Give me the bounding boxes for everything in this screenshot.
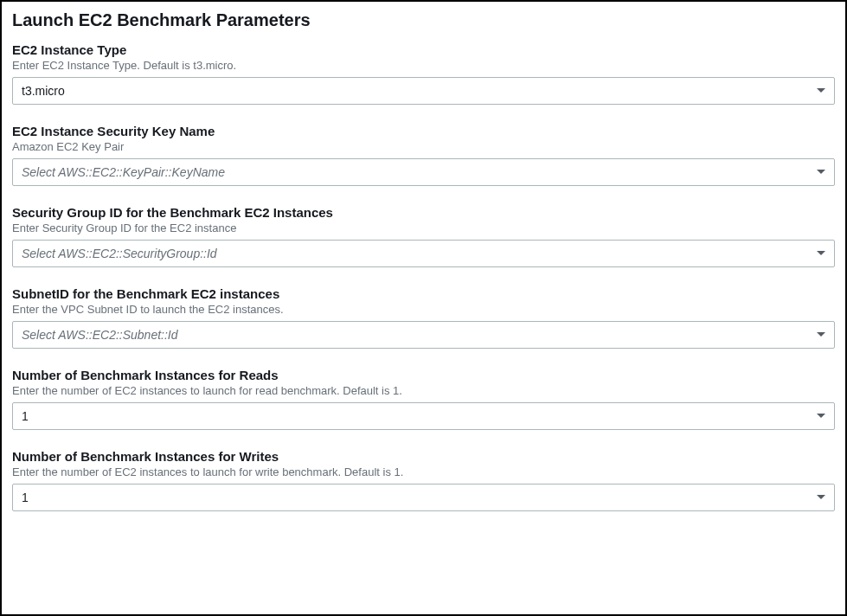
security-key-select[interactable]: Select AWS::EC2::KeyPair::KeyName [12, 158, 835, 186]
instance-type-select[interactable]: t3.micro [12, 77, 835, 105]
select-value: 1 [12, 484, 835, 511]
field-label: SubnetID for the Benchmark EC2 instances [12, 286, 835, 301]
select-value: Select AWS::EC2::SecurityGroup::Id [12, 240, 835, 267]
field-description: Enter EC2 Instance Type. Default is t3.m… [12, 59, 835, 72]
select-value: 1 [12, 402, 835, 430]
field-read-instances: Number of Benchmark Instances for Reads … [12, 368, 835, 430]
read-instances-select[interactable]: 1 [12, 402, 835, 430]
write-instances-select[interactable]: 1 [12, 484, 835, 511]
section-title: Launch EC2 Benchmark Parameters [12, 10, 835, 30]
field-security-key: EC2 Instance Security Key Name Amazon EC… [12, 124, 835, 186]
field-label: EC2 Instance Security Key Name [12, 124, 835, 138]
select-value: Select AWS::EC2::Subnet::Id [12, 321, 835, 349]
field-security-group: Security Group ID for the Benchmark EC2 … [12, 205, 835, 267]
field-label: Number of Benchmark Instances for Reads [12, 368, 835, 382]
field-label: EC2 Instance Type [12, 42, 835, 57]
subnet-id-select[interactable]: Select AWS::EC2::Subnet::Id [12, 321, 835, 349]
field-subnet-id: SubnetID for the Benchmark EC2 instances… [12, 286, 835, 349]
field-instance-type: EC2 Instance Type Enter EC2 Instance Typ… [12, 42, 835, 105]
field-description: Amazon EC2 Key Pair [12, 140, 835, 153]
field-description: Enter the VPC Subnet ID to launch the EC… [12, 303, 835, 316]
field-label: Number of Benchmark Instances for Writes [12, 449, 835, 464]
select-value: t3.micro [12, 77, 835, 105]
field-write-instances: Number of Benchmark Instances for Writes… [12, 449, 835, 511]
field-description: Enter the number of EC2 instances to lau… [12, 384, 835, 397]
field-description: Enter Security Group ID for the EC2 inst… [12, 221, 835, 234]
field-description: Enter the number of EC2 instances to lau… [12, 465, 835, 478]
security-group-select[interactable]: Select AWS::EC2::SecurityGroup::Id [12, 240, 835, 267]
select-value: Select AWS::EC2::KeyPair::KeyName [12, 158, 835, 186]
field-label: Security Group ID for the Benchmark EC2 … [12, 205, 835, 220]
